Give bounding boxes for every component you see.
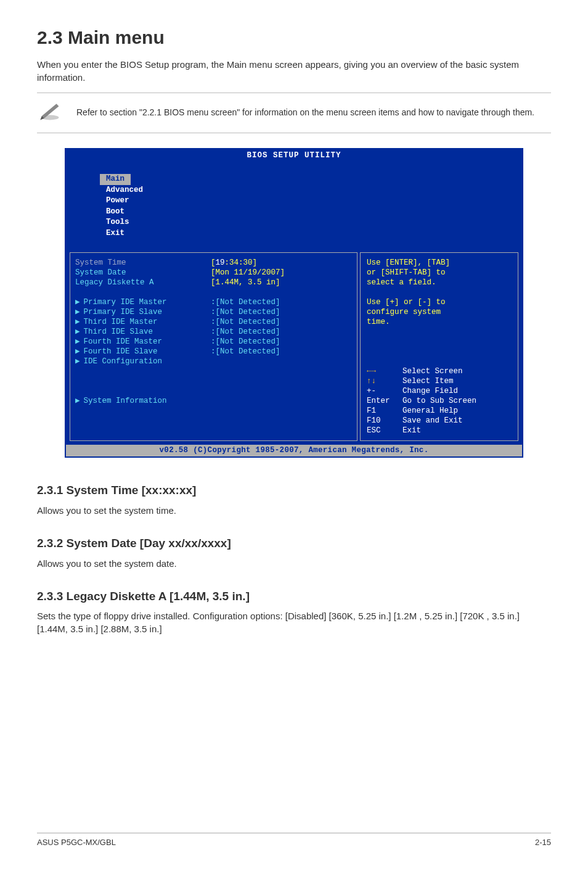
bios-footer: v02.58 (C)Copyright 1985-2007, American … xyxy=(66,444,522,457)
note-text: Refer to section "2.2.1 BIOS menu screen… xyxy=(76,107,534,119)
help-key-row: ↑↓Select Item xyxy=(367,376,512,386)
subsection-heading-2-3-1: 2.3.1 System Time [xx:xx:xx] xyxy=(37,482,551,499)
label-ide-configuration: IDE Configuration xyxy=(84,357,163,366)
help-line-6: time. xyxy=(367,317,390,327)
time-rest: :34:30] xyxy=(225,258,258,267)
row-primary-ide-slave[interactable]: ▶Primary IDE Slave :[Not Detected] xyxy=(75,307,352,317)
key-enter: Enter xyxy=(367,396,402,406)
label-third-ide-slave: Third IDE Slave xyxy=(84,328,153,336)
triangle-icon: ▶ xyxy=(75,328,80,336)
help-save-exit: Save and Exit xyxy=(402,416,463,426)
value-legacy-diskette: [1.44M, 3.5 in] xyxy=(211,278,352,287)
value-third-ide-slave: :[Not Detected] xyxy=(211,327,352,337)
help-change-field: Change Field xyxy=(402,386,458,396)
row-legacy-diskette[interactable]: Legacy Diskette A [1.44M, 3.5 in] xyxy=(75,278,352,287)
value-system-time: [19:34:30] xyxy=(211,258,352,268)
row-fourth-ide-master[interactable]: ▶Fourth IDE Master :[Not Detected] xyxy=(75,337,352,347)
row-system-date[interactable]: System Date [Mon 11/19/2007] xyxy=(75,268,352,278)
arrows-lr-icon: ←→ xyxy=(367,367,376,376)
bios-tabs: Main Advanced Power Boot Tools Exit xyxy=(66,163,522,250)
row-system-time[interactable]: System Time [19:34:30] xyxy=(75,258,352,268)
help-key-row: EnterGo to Sub Screen xyxy=(367,396,512,406)
key-esc: ESC xyxy=(367,426,402,435)
label-primary-ide-master: Primary IDE Master xyxy=(84,298,167,307)
help-key-row: ←→Select Screen xyxy=(367,366,512,376)
bios-window: BIOS SETUP UTILITY Main Advanced Power B… xyxy=(65,148,523,458)
tab-main[interactable]: Main xyxy=(100,174,131,185)
label-third-ide-master: Third IDE Master xyxy=(84,318,158,326)
bios-header: BIOS SETUP UTILITY Main Advanced Power B… xyxy=(66,149,522,250)
label-legacy-diskette: Legacy Diskette A xyxy=(75,278,211,287)
help-key-row: +-Change Field xyxy=(367,386,512,396)
subsection-heading-2-3-2: 2.3.2 System Date [Day xx/xx/xxxx] xyxy=(37,535,551,552)
help-sub-screen: Go to Sub Screen xyxy=(402,396,476,406)
triangle-icon: ▶ xyxy=(75,337,80,346)
help-line-3: select a field. xyxy=(367,278,436,287)
value-primary-ide-master: :[Not Detected] xyxy=(211,297,352,307)
intro-paragraph: When you enter the BIOS Setup program, t… xyxy=(37,58,551,84)
row-fourth-ide-slave[interactable]: ▶Fourth IDE Slave :[Not Detected] xyxy=(75,347,352,357)
subsection-body-2-3-2: Allows you to set the system date. xyxy=(37,557,551,570)
row-third-ide-slave[interactable]: ▶Third IDE Slave :[Not Detected] xyxy=(75,327,352,337)
triangle-icon: ▶ xyxy=(75,308,80,316)
note-callout: Refer to section "2.2.1 BIOS menu screen… xyxy=(37,93,551,133)
row-system-information[interactable]: ▶System Information xyxy=(75,396,352,406)
row-primary-ide-master[interactable]: ▶Primary IDE Master :[Not Detected] xyxy=(75,297,352,307)
subsection-body-2-3-1: Allows you to set the system time. xyxy=(37,504,551,517)
arrows-ud-icon: ↑↓ xyxy=(367,377,376,386)
value-fourth-ide-slave: :[Not Detected] xyxy=(211,347,352,357)
tab-boot[interactable]: Boot xyxy=(100,207,131,218)
help-general-help: General Help xyxy=(402,406,458,416)
key-f10: F10 xyxy=(367,416,402,426)
value-system-date: [Mon 11/19/2007] xyxy=(211,268,352,278)
help-select-item: Select Item xyxy=(402,376,454,386)
help-exit: Exit xyxy=(402,426,421,435)
triangle-icon: ▶ xyxy=(75,318,80,326)
footer-right: 2-15 xyxy=(535,837,551,848)
key-f1: F1 xyxy=(367,406,402,416)
label-system-information: System Information xyxy=(84,397,167,405)
label-primary-ide-slave: Primary IDE Slave xyxy=(84,308,163,316)
triangle-icon: ▶ xyxy=(75,397,80,405)
bios-body: System Time [19:34:30] System Date [Mon … xyxy=(66,250,522,444)
help-key-row: ESCExit xyxy=(367,426,512,435)
subsection-heading-2-3-3: 2.3.3 Legacy Diskette A [1.44M, 3.5 in.] xyxy=(37,588,551,605)
bios-window-title: BIOS SETUP UTILITY xyxy=(66,149,522,163)
row-third-ide-master[interactable]: ▶Third IDE Master :[Not Detected] xyxy=(75,317,352,327)
tab-exit[interactable]: Exit xyxy=(100,228,131,239)
time-hour-selected[interactable]: 19 xyxy=(216,258,225,267)
tab-tools[interactable]: Tools xyxy=(100,217,136,228)
help-line-1: Use [ENTER], [TAB] xyxy=(367,258,450,268)
label-system-date: System Date xyxy=(75,268,211,278)
help-select-screen: Select Screen xyxy=(402,366,463,376)
label-fourth-ide-master: Fourth IDE Master xyxy=(84,337,163,346)
label-system-time: System Time xyxy=(75,258,211,268)
value-third-ide-master: :[Not Detected] xyxy=(211,317,352,327)
pencil-icon xyxy=(37,98,63,128)
bios-right-pane: Use [ENTER], [TAB] or [SHIFT-TAB] to sel… xyxy=(360,252,518,441)
help-key-row: F1General Help xyxy=(367,406,512,416)
help-key-row: F10Save and Exit xyxy=(367,416,512,426)
triangle-icon: ▶ xyxy=(75,347,80,356)
section-title: 2.3 Main menu xyxy=(37,25,551,51)
label-fourth-ide-slave: Fourth IDE Slave xyxy=(84,347,158,356)
help-line-4: Use [+] or [-] to xyxy=(367,297,446,307)
bracket-open: [ xyxy=(211,258,216,267)
subsection-body-2-3-3: Sets the type of floppy drive installed.… xyxy=(37,609,551,635)
bios-left-pane: System Time [19:34:30] System Date [Mon … xyxy=(70,252,357,441)
footer-left: ASUS P5GC-MX/GBL xyxy=(37,837,116,848)
triangle-icon: ▶ xyxy=(75,357,80,366)
key-plusminus: +- xyxy=(367,386,402,396)
tab-power[interactable]: Power xyxy=(100,196,136,207)
value-primary-ide-slave: :[Not Detected] xyxy=(211,307,352,317)
value-fourth-ide-master: :[Not Detected] xyxy=(211,337,352,347)
row-ide-configuration[interactable]: ▶IDE Configuration xyxy=(75,357,352,366)
help-line-5: configure system xyxy=(367,307,441,317)
page-footer: ASUS P5GC-MX/GBL 2-15 xyxy=(37,833,551,848)
triangle-icon: ▶ xyxy=(75,298,80,307)
help-line-2: or [SHIFT-TAB] to xyxy=(367,268,446,278)
tab-advanced[interactable]: Advanced xyxy=(100,185,149,196)
